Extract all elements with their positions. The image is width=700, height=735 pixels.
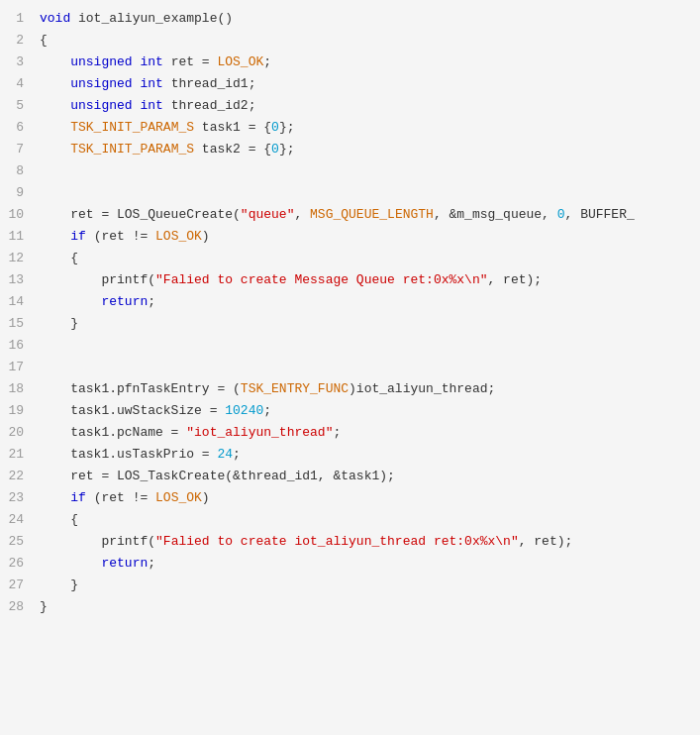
line-content: { <box>40 509 700 531</box>
code-line: 7 TSK_INIT_PARAM_S task2 = {0}; <box>0 139 700 160</box>
line-number: 16 <box>0 335 40 357</box>
line-number: 13 <box>0 269 40 291</box>
line-number: 23 <box>0 487 40 509</box>
code-line: 17 <box>0 357 700 378</box>
line-content: void iot_aliyun_example() <box>40 8 700 30</box>
line-content <box>40 357 700 378</box>
line-number: 24 <box>0 509 40 531</box>
line-number: 15 <box>0 313 40 335</box>
code-line: 4 unsigned int thread_id1; <box>0 73 700 95</box>
line-content: { <box>40 30 700 52</box>
line-content: ret = LOS_QueueCreate("queue", MSG_QUEUE… <box>40 204 700 226</box>
line-content: printf("Falied to create Message Queue r… <box>40 269 700 291</box>
line-content: task1.pcName = "iot_aliyun_thread"; <box>40 422 700 444</box>
line-content: return; <box>40 291 700 313</box>
line-content: ret = LOS_TaskCreate(&thread_id1, &task1… <box>40 466 700 487</box>
line-content: printf("Falied to create iot_aliyun_thre… <box>40 531 700 553</box>
line-content <box>40 335 700 357</box>
line-content: task1.usTaskPrio = 24; <box>40 444 700 466</box>
code-line: 26 return; <box>0 553 700 575</box>
code-line: 11 if (ret != LOS_OK) <box>0 226 700 248</box>
line-number: 20 <box>0 422 40 444</box>
line-content: return; <box>40 553 700 575</box>
line-content: if (ret != LOS_OK) <box>40 226 700 248</box>
code-line: 13 printf("Falied to create Message Queu… <box>0 269 700 291</box>
code-line: 9 <box>0 182 700 204</box>
line-number: 12 <box>0 248 40 269</box>
line-number: 6 <box>0 117 40 139</box>
code-line: 28} <box>0 596 700 618</box>
line-content: task1.pfnTaskEntry = (TSK_ENTRY_FUNC)iot… <box>40 378 700 400</box>
line-content: unsigned int ret = LOS_OK; <box>40 52 700 73</box>
code-line: 2{ <box>0 30 700 52</box>
line-number: 25 <box>0 531 40 553</box>
line-number: 21 <box>0 444 40 466</box>
code-line: 18 task1.pfnTaskEntry = (TSK_ENTRY_FUNC)… <box>0 378 700 400</box>
code-line: 3 unsigned int ret = LOS_OK; <box>0 52 700 73</box>
line-number: 3 <box>0 52 40 73</box>
code-line: 22 ret = LOS_TaskCreate(&thread_id1, &ta… <box>0 466 700 487</box>
code-line: 16 <box>0 335 700 357</box>
line-number: 2 <box>0 30 40 52</box>
line-number: 28 <box>0 596 40 618</box>
line-number: 4 <box>0 73 40 95</box>
line-content: unsigned int thread_id1; <box>40 73 700 95</box>
line-number: 7 <box>0 139 40 160</box>
code-line: 12 { <box>0 248 700 269</box>
line-number: 19 <box>0 400 40 422</box>
code-line: 10 ret = LOS_QueueCreate("queue", MSG_QU… <box>0 204 700 226</box>
code-line: 19 task1.uwStackSize = 10240; <box>0 400 700 422</box>
line-number: 18 <box>0 378 40 400</box>
line-content: } <box>40 575 700 596</box>
line-content: { <box>40 248 700 269</box>
line-number: 17 <box>0 357 40 378</box>
line-number: 8 <box>0 160 40 182</box>
line-content: } <box>40 313 700 335</box>
line-number: 22 <box>0 466 40 487</box>
line-content: task1.uwStackSize = 10240; <box>40 400 700 422</box>
line-content: unsigned int thread_id2; <box>40 95 700 117</box>
line-content <box>40 182 700 204</box>
line-number: 1 <box>0 8 40 30</box>
line-number: 11 <box>0 226 40 248</box>
line-content: } <box>40 596 700 618</box>
code-line: 14 return; <box>0 291 700 313</box>
code-line: 5 unsigned int thread_id2; <box>0 95 700 117</box>
line-number: 10 <box>0 204 40 226</box>
line-number: 26 <box>0 553 40 575</box>
line-number: 5 <box>0 95 40 117</box>
line-content: TSK_INIT_PARAM_S task1 = {0}; <box>40 117 700 139</box>
code-line: 24 { <box>0 509 700 531</box>
code-line: 27 } <box>0 575 700 596</box>
code-line: 23 if (ret != LOS_OK) <box>0 487 700 509</box>
line-content: TSK_INIT_PARAM_S task2 = {0}; <box>40 139 700 160</box>
line-number: 9 <box>0 182 40 204</box>
code-line: 25 printf("Falied to create iot_aliyun_t… <box>0 531 700 553</box>
line-number: 27 <box>0 575 40 596</box>
line-content <box>40 160 700 182</box>
line-content: if (ret != LOS_OK) <box>40 487 700 509</box>
code-line: 8 <box>0 160 700 182</box>
code-line: 21 task1.usTaskPrio = 24; <box>0 444 700 466</box>
code-line: 15 } <box>0 313 700 335</box>
code-line: 20 task1.pcName = "iot_aliyun_thread"; <box>0 422 700 444</box>
code-editor: 1void iot_aliyun_example()2{3 unsigned i… <box>0 0 700 735</box>
code-line: 6 TSK_INIT_PARAM_S task1 = {0}; <box>0 117 700 139</box>
code-line: 1void iot_aliyun_example() <box>0 8 700 30</box>
line-number: 14 <box>0 291 40 313</box>
